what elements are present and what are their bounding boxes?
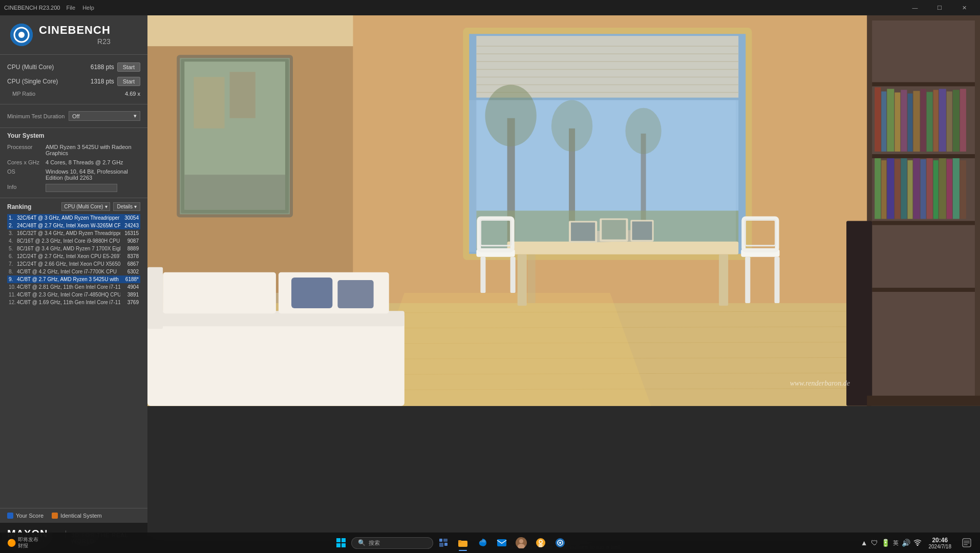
svg-rect-80 — [894, 93, 900, 152]
singlecore-start-button[interactable]: Start — [117, 77, 140, 86]
clock-date: 2024/7/18 — [929, 544, 952, 549]
rank-item-12[interactable]: 12.4C/8T @ 1.69 GHz, 11th Gen Intel Core… — [7, 299, 140, 306]
os-row: OS Windows 10, 64 Bit, Professional Edit… — [7, 167, 140, 182]
rank-num: 5. — [9, 246, 17, 251]
svg-rect-69 — [291, 278, 332, 308]
minimize-button[interactable]: — — [903, 0, 927, 15]
ranking-controls: CPU (Multi Core) ▾ Details ▾ — [61, 202, 140, 211]
cinebench-taskbar-icon[interactable] — [551, 534, 569, 552]
rank-item-5[interactable]: 5.8C/16T @ 3.4 GHz, AMD Ryzen 7 1700X Ei… — [7, 245, 140, 252]
rank-item-8[interactable]: 8.4C/8T @ 4.2 GHz, Intel Core i7-7700K C… — [7, 268, 140, 275]
input-method-icon[interactable]: 英 — [892, 538, 900, 548]
rank-name: 8C/16T @ 3.4 GHz, AMD Ryzen 7 1700X Eigh… — [17, 246, 120, 251]
close-button[interactable]: ✕ — [952, 0, 976, 15]
taskbar-center: 🔍 搜索 — [44, 534, 858, 552]
multicore-start-button[interactable]: Start — [117, 62, 140, 72]
logo-area: CINEBENCH R23 — [0, 15, 147, 55]
mail-icon[interactable] — [493, 534, 511, 552]
ranking-dropdown[interactable]: CPU (Multi Core) ▾ — [61, 202, 110, 211]
rank-item-7[interactable]: 7.12C/24T @ 2.66 GHz, Intel Xeon CPU X56… — [7, 260, 140, 268]
search-bar[interactable]: 🔍 搜索 — [351, 537, 433, 549]
ranking-list: 1.32C/64T @ 3 GHz, AMD Ryzen Threadrippe… — [7, 214, 140, 306]
rank-score: 6188* — [120, 276, 139, 282]
render-area: www.renderbaron.de — [147, 15, 980, 541]
svg-marker-33 — [364, 293, 651, 406]
cores-value: 4 Cores, 8 Threads @ 2.7 GHz — [46, 159, 140, 165]
svg-rect-45 — [528, 254, 536, 303]
rank-item-3[interactable]: 3.16C/32T @ 3.4 GHz, AMD Ryzen Threadrip… — [7, 229, 140, 237]
menu-file[interactable]: File — [66, 5, 75, 11]
pinned-notification-app[interactable]: 🟠 即将发布 财报 — [4, 536, 41, 550]
info-input[interactable] — [46, 184, 117, 192]
file-explorer-icon[interactable] — [454, 534, 472, 552]
notification-center-icon[interactable] — [957, 534, 976, 552]
rank-name: 16C/32T @ 3.4 GHz, AMD Ryzen Threadrippe… — [17, 230, 120, 236]
svg-rect-77 — [875, 88, 881, 152]
chevron-down-icon: ▾ — [134, 204, 137, 209]
info-row: Info — [7, 182, 140, 194]
svg-rect-74 — [872, 154, 975, 158]
rank-item-4[interactable]: 4.8C/16T @ 2.3 GHz, Intel Core i9-9880H … — [7, 237, 140, 245]
rank-score: 8378 — [120, 253, 139, 259]
rank-score: 6302 — [120, 269, 139, 274]
rank-name: 4C/8T @ 2.81 GHz, 11th Gen Intel Core i7… — [17, 284, 120, 290]
rank-item-6[interactable]: 6.12C/24T @ 2.7 GHz, Intel Xeon CPU E5-2… — [7, 252, 140, 260]
wifi-icon[interactable] — [912, 538, 923, 548]
min-test-dropdown[interactable]: Off ▾ — [69, 111, 140, 121]
min-test-value: Off — [72, 113, 79, 119]
rank-num: 12. — [9, 300, 17, 305]
rank-item-1[interactable]: 1.32C/64T @ 3 GHz, AMD Ryzen Threadrippe… — [7, 214, 140, 222]
power-icon[interactable]: 🔋 — [880, 538, 891, 548]
rank-item-2[interactable]: 2.24C/48T @ 2.7 GHz, Intel Xeon W-3265M … — [7, 222, 140, 229]
svg-text:店: 店 — [538, 543, 543, 547]
svg-rect-119 — [497, 539, 506, 546]
menu-help[interactable]: Help — [82, 5, 94, 11]
avatar-icon[interactable] — [512, 534, 530, 552]
cores-label: Cores x GHz — [7, 159, 46, 165]
svg-rect-100 — [933, 160, 939, 219]
task-view-button[interactable] — [434, 534, 453, 552]
rank-name: 4C/8T @ 4.2 GHz, Intel Core i7-7700K CPU — [17, 269, 120, 274]
clock-area[interactable]: 20:46 2024/7/18 — [926, 536, 955, 550]
rank-score: 3769 — [120, 300, 139, 305]
network-icon[interactable]: 🛡 — [870, 538, 879, 548]
clock-time: 20:46 — [929, 537, 952, 544]
svg-rect-105 — [846, 221, 872, 406]
system-section: Your System Processor AMD Ryzen 3 5425U … — [0, 128, 147, 198]
rank-item-9[interactable]: 9.4C/8T @ 2.7 GHz, AMD Ryzen 3 5425U wit… — [7, 275, 140, 283]
svg-rect-43 — [518, 254, 527, 306]
volume-icon[interactable]: 🔊 — [901, 538, 911, 548]
rank-num: 2. — [9, 223, 17, 228]
svg-rect-93 — [887, 158, 894, 219]
rank-num: 10. — [9, 284, 17, 290]
svg-rect-85 — [927, 92, 933, 152]
rank-item-11[interactable]: 11.4C/8T @ 2.3 GHz, Intel Core i7-4850HQ… — [7, 291, 140, 299]
start-button[interactable] — [332, 534, 350, 552]
details-button[interactable]: Details ▾ — [113, 202, 140, 211]
notification-text: 即将发布 财报 — [18, 537, 38, 549]
processor-row: Processor AMD Ryzen 3 5425U with Radeon … — [7, 142, 140, 158]
search-text: 搜索 — [369, 539, 380, 547]
rank-item-10[interactable]: 10.4C/8T @ 2.81 GHz, 11th Gen Intel Core… — [7, 283, 140, 291]
maximize-button[interactable]: ☐ — [928, 0, 951, 15]
svg-rect-57 — [480, 257, 485, 293]
tray-arrow-icon[interactable]: ▲ — [860, 538, 869, 548]
svg-rect-76 — [872, 288, 975, 292]
svg-rect-58 — [510, 257, 516, 293]
svg-rect-108 — [336, 538, 340, 542]
rank-score: 9087 — [120, 238, 139, 244]
svg-rect-114 — [439, 543, 443, 547]
your-score-label: Your Score — [16, 513, 44, 519]
details-label: Details — [117, 204, 133, 209]
window-title: CINEBENCH R23.200 — [4, 5, 60, 11]
store-icon[interactable]: 店 — [531, 534, 550, 552]
identical-system-dot — [52, 513, 58, 519]
svg-rect-81 — [901, 90, 907, 152]
svg-rect-91 — [875, 158, 881, 219]
settings-section: Minimum Test Duration Off ▾ — [0, 104, 147, 128]
rank-score: 24243 — [120, 223, 139, 228]
edge-browser-icon[interactable] — [473, 534, 492, 552]
mp-label: MP Ratio — [7, 91, 35, 97]
multicore-label: CPU (Multi Core) — [7, 63, 54, 71]
tray-icons: ▲ 🛡 🔋 英 🔊 — [860, 538, 923, 548]
